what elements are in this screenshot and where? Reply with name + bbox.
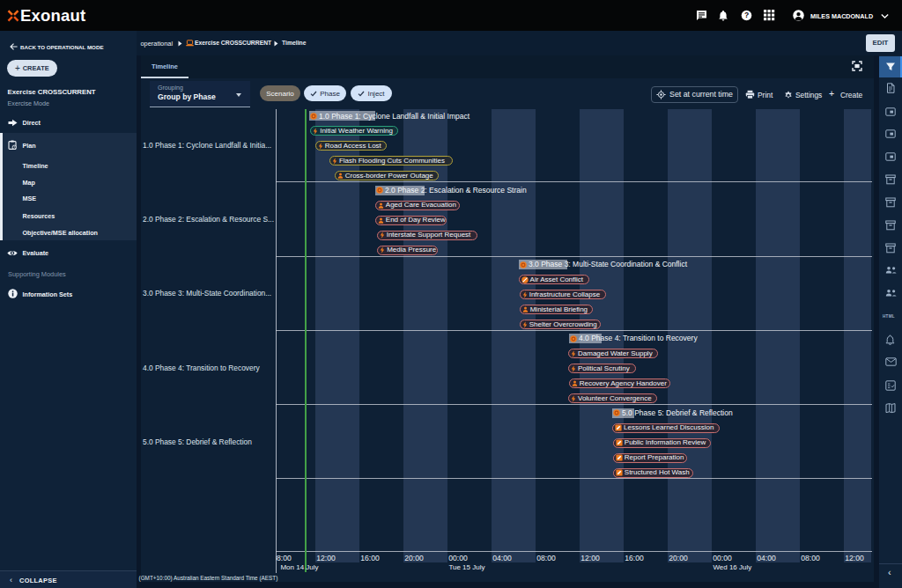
svg-text:?: ?	[744, 11, 749, 19]
